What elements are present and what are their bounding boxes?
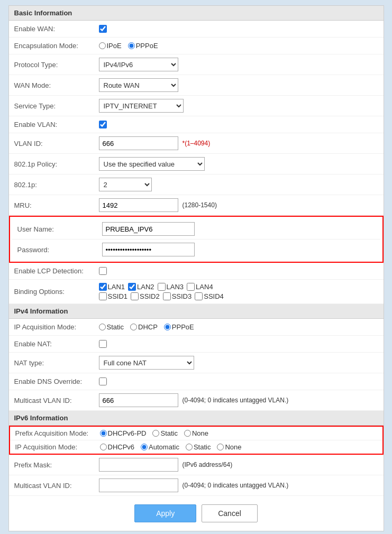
ssid1-item[interactable]: SSID1 bbox=[99, 292, 128, 300]
ssid4-item[interactable]: SSID4 bbox=[195, 292, 224, 300]
ipv6-multicast-vlan-input[interactable] bbox=[99, 478, 178, 492]
encapsulation-row: Encapsulation Mode: IPoE PPPoE bbox=[9, 38, 384, 54]
ssid3-item[interactable]: SSID3 bbox=[163, 292, 192, 300]
password-input[interactable] bbox=[102, 243, 195, 256]
dot1p-control: 2 bbox=[99, 178, 378, 191]
ipv6-acq-label: IP Acquisition Mode: bbox=[15, 443, 100, 451]
ipv4-multicast-vlan-input[interactable] bbox=[99, 393, 178, 407]
binding-line2: SSID1 SSID2 SSID3 SSID4 bbox=[99, 292, 224, 300]
nat-type-select[interactable]: Full cone NAT bbox=[99, 356, 194, 370]
ipv6-multicast-vlan-control: (0-4094; 0 indicates untagged VLAN.) bbox=[99, 478, 378, 492]
ipv6-static-label[interactable]: Static bbox=[186, 443, 211, 451]
ipv4-pppoe-radio[interactable] bbox=[164, 324, 171, 330]
binding-line1: LAN1 LAN2 LAN3 LAN4 bbox=[99, 283, 224, 291]
ipoe-radio[interactable] bbox=[99, 42, 106, 49]
lan4-checkbox[interactable] bbox=[187, 283, 195, 291]
vlan-id-hint: *(1–4094) bbox=[183, 140, 211, 147]
vlan-id-input[interactable] bbox=[99, 136, 178, 150]
prefix-none-radio[interactable] bbox=[184, 430, 191, 437]
prefix-static-label[interactable]: Static bbox=[152, 429, 178, 437]
ipv4-static-radio[interactable] bbox=[99, 324, 106, 330]
wan-mode-select[interactable]: Route WAN bbox=[99, 78, 178, 92]
encapsulation-label: Encapsulation Mode: bbox=[14, 42, 99, 50]
lan3-item[interactable]: LAN3 bbox=[158, 283, 184, 291]
lan1-checkbox[interactable] bbox=[99, 283, 107, 291]
dns-override-label: Enable DNS Override: bbox=[14, 378, 99, 385]
dns-override-row: Enable DNS Override: bbox=[9, 373, 384, 390]
dot1p-row: 802.1p: 2 bbox=[9, 174, 384, 195]
prefix-mask-input[interactable] bbox=[99, 458, 178, 472]
dns-override-checkbox[interactable] bbox=[99, 378, 107, 385]
ipv6-none-label[interactable]: None bbox=[217, 443, 241, 451]
ipv4-multicast-vlan-hint: (0-4094; 0 indicates untagged VLAN.) bbox=[183, 397, 289, 404]
automatic-label[interactable]: Automatic bbox=[141, 443, 179, 451]
password-label: Password: bbox=[17, 246, 102, 254]
ssid2-item[interactable]: SSID2 bbox=[131, 292, 160, 300]
dhcpv6-radio[interactable] bbox=[100, 444, 107, 450]
dhcpv6pd-label[interactable]: DHCPv6-PD bbox=[100, 429, 147, 437]
prefix-static-radio[interactable] bbox=[152, 430, 159, 437]
ssid3-checkbox[interactable] bbox=[163, 292, 171, 300]
dot1p-policy-select[interactable]: Use the specified value bbox=[99, 157, 205, 171]
wan-mode-control: Route WAN bbox=[99, 78, 378, 92]
lan4-item[interactable]: LAN4 bbox=[187, 283, 213, 291]
protocol-select[interactable]: IPv4/IPv6 bbox=[99, 58, 178, 71]
cancel-button[interactable]: Cancel bbox=[202, 504, 258, 522]
mru-input[interactable] bbox=[99, 198, 178, 212]
lan2-item[interactable]: LAN2 bbox=[128, 283, 154, 291]
encapsulation-control: IPoE PPPoE bbox=[99, 42, 378, 50]
nat-type-row: NAT type: Full cone NAT bbox=[9, 353, 384, 373]
binding-options: LAN1 LAN2 LAN3 LAN4 SSID1 bbox=[99, 283, 224, 300]
ipv6-info-header: IPv6 Information bbox=[9, 411, 384, 426]
password-control bbox=[102, 243, 375, 256]
prefix-acq-row: Prefix Acquisition Mode: DHCPv6-PD Stati… bbox=[10, 427, 382, 440]
enable-wan-checkbox[interactable] bbox=[99, 25, 107, 33]
enable-vlan-checkbox[interactable] bbox=[99, 121, 107, 128]
mru-row: MRU: (1280-1540) bbox=[9, 195, 384, 216]
ipv6-none-radio[interactable] bbox=[217, 444, 224, 450]
automatic-radio[interactable] bbox=[141, 444, 148, 450]
enable-vlan-row: Enable VLAN: bbox=[9, 116, 384, 133]
lan3-checkbox[interactable] bbox=[158, 283, 166, 291]
dhcpv6pd-radio[interactable] bbox=[100, 430, 107, 437]
pppoe-label[interactable]: PPPoE bbox=[128, 42, 158, 50]
ipv4-dhcp-radio[interactable] bbox=[130, 324, 137, 330]
enable-nat-checkbox[interactable] bbox=[99, 340, 107, 348]
ipv6-acq-row: IP Acquisition Mode: DHCPv6 Automatic St… bbox=[10, 440, 382, 454]
ssid4-checkbox[interactable] bbox=[195, 292, 203, 300]
ipv6-highlight-box: Prefix Acquisition Mode: DHCPv6-PD Stati… bbox=[9, 426, 384, 455]
pppoe-radio[interactable] bbox=[128, 42, 135, 49]
basic-info-header: Basic Information bbox=[9, 6, 384, 21]
dot1p-select[interactable]: 2 bbox=[99, 178, 152, 191]
lcp-checkbox[interactable] bbox=[99, 267, 107, 275]
ipoe-label[interactable]: IPoE bbox=[99, 42, 122, 50]
ipv4-info-header: IPv4 Information bbox=[9, 304, 384, 319]
username-input[interactable] bbox=[102, 222, 195, 236]
dhcpv6-label[interactable]: DHCPv6 bbox=[100, 443, 135, 451]
enable-nat-control bbox=[99, 340, 378, 348]
enable-nat-label: Enable NAT: bbox=[14, 340, 99, 348]
prefix-none-label[interactable]: None bbox=[184, 429, 208, 437]
pppoe-radio-label[interactable]: PPPoE bbox=[164, 323, 194, 331]
static-radio-label[interactable]: Static bbox=[99, 323, 124, 331]
ipv4-acq-label: IP Acquisition Mode: bbox=[14, 323, 99, 331]
dhcp-radio-label[interactable]: DHCP bbox=[130, 323, 158, 331]
enable-wan-control bbox=[99, 25, 378, 33]
main-container: Basic Information Enable WAN: Encapsulat… bbox=[8, 5, 384, 531]
dot1p-policy-label: 802.1p Policy: bbox=[14, 160, 99, 168]
service-type-select[interactable]: IPTV_INTERNET bbox=[99, 99, 184, 113]
vlan-id-control: *(1–4094) bbox=[99, 136, 378, 150]
ssid1-checkbox[interactable] bbox=[99, 292, 107, 300]
ipv6-static-radio[interactable] bbox=[186, 444, 193, 450]
wan-mode-label: WAN Mode: bbox=[14, 81, 99, 89]
ipv4-acq-control: Static DHCP PPPoE bbox=[99, 323, 378, 331]
prefix-mask-control: (IPv6 address/64) bbox=[99, 458, 378, 472]
ipv4-info-title: IPv4 Information bbox=[14, 307, 68, 315]
service-type-control: IPTV_INTERNET bbox=[99, 99, 378, 113]
enable-nat-row: Enable NAT: bbox=[9, 336, 384, 353]
apply-button[interactable]: Apply bbox=[134, 504, 196, 522]
lcp-row: Enable LCP Detection: bbox=[9, 263, 384, 280]
lan1-item[interactable]: LAN1 bbox=[99, 283, 125, 291]
ssid2-checkbox[interactable] bbox=[131, 292, 139, 300]
lan2-checkbox[interactable] bbox=[128, 283, 136, 291]
